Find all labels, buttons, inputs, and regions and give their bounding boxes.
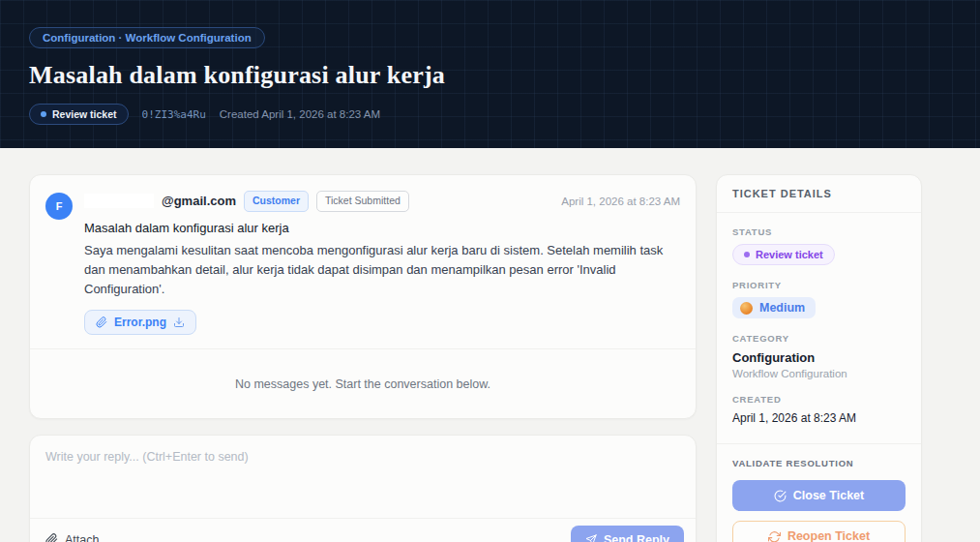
attach-button[interactable]: Attach xyxy=(45,533,99,542)
download-icon[interactable] xyxy=(173,316,185,328)
ticket-details-title: TICKET DETAILS xyxy=(717,175,921,213)
attachment-chip[interactable]: Error.png xyxy=(84,310,196,335)
send-reply-label: Send Reply xyxy=(604,533,669,542)
message-timestamp: April 1, 2026 at 8:23 AM xyxy=(561,196,680,207)
status-dot-icon xyxy=(744,252,750,257)
category-value: Configuration xyxy=(732,350,906,365)
message-body: Saya mengalami kesulitan saat mencoba me… xyxy=(84,241,680,299)
resolution-section: VALIDATE RESOLUTION Close Ticket Reopen … xyxy=(717,443,921,542)
created-value: April 1, 2026 at 8:23 AM xyxy=(732,411,906,425)
check-circle-icon xyxy=(774,490,787,502)
paperclip-icon xyxy=(96,316,107,328)
close-ticket-label: Close Ticket xyxy=(793,489,864,502)
ticket-id: 0!ZI3%a4Ru xyxy=(142,108,206,121)
send-reply-button[interactable]: Send Reply xyxy=(571,526,684,542)
author-email: @gmail.com xyxy=(162,194,236,208)
status-badge: Review ticket xyxy=(29,104,129,125)
message-subject: Masalah dalam konfigurasi alur kerja xyxy=(84,221,680,235)
empty-state-text: No messages yet. Start the conversation … xyxy=(30,349,696,418)
breadcrumb-label: Configuration · Workflow Configuration xyxy=(43,32,252,44)
reply-card: Attach Send Reply xyxy=(29,435,697,542)
redacted-username xyxy=(84,194,154,208)
priority-value-badge: Medium xyxy=(732,297,816,318)
reply-footer: Attach Send Reply xyxy=(30,518,696,542)
status-value: Review ticket xyxy=(756,249,823,260)
status-section: STATUS Review ticket xyxy=(732,226,906,265)
category-label: CATEGORY xyxy=(732,333,906,344)
priority-dot-icon xyxy=(740,302,753,315)
ticket-details-panel: TICKET DETAILS STATUS Review ticket PRIO… xyxy=(716,174,922,542)
main-content: F @gmail.com Customer Ticket Submitted A… xyxy=(0,148,980,542)
created-label: CREATED xyxy=(732,394,906,405)
original-message: F @gmail.com Customer Ticket Submitted A… xyxy=(30,175,696,348)
subcategory-value: Workflow Configuration xyxy=(732,368,906,379)
reopen-ticket-label: Reopen Ticket xyxy=(787,529,870,542)
priority-label: PRIORITY xyxy=(732,280,906,290)
refresh-icon xyxy=(768,530,781,542)
ticket-meta-row: Review ticket 0!ZI3%a4Ru Created April 1… xyxy=(29,104,951,125)
conversation-card: F @gmail.com Customer Ticket Submitted A… xyxy=(29,174,697,419)
reply-input[interactable] xyxy=(30,436,696,518)
created-section: CREATED April 1, 2026 at 8:23 AM xyxy=(732,394,906,425)
status-badge-label: Review ticket xyxy=(52,108,117,120)
created-text: Created April 1, 2026 at 8:23 AM xyxy=(220,108,380,120)
paperclip-icon xyxy=(45,533,58,542)
send-icon xyxy=(585,534,597,542)
priority-value: Medium xyxy=(759,301,805,315)
conversation-column: F @gmail.com Customer Ticket Submitted A… xyxy=(29,174,697,542)
category-section: CATEGORY Configuration Workflow Configur… xyxy=(732,333,906,379)
status-value-badge: Review ticket xyxy=(732,244,835,265)
page-header: Configuration · Workflow Configuration M… xyxy=(0,0,980,148)
event-badge: Ticket Submitted xyxy=(316,191,409,212)
status-label: STATUS xyxy=(732,226,906,237)
breadcrumb[interactable]: Configuration · Workflow Configuration xyxy=(29,27,265,48)
attachment-filename: Error.png xyxy=(114,316,166,329)
status-dot-icon xyxy=(41,111,46,117)
priority-section: PRIORITY Medium xyxy=(732,280,906,318)
close-ticket-button[interactable]: Close Ticket xyxy=(732,480,906,511)
resolution-label: VALIDATE RESOLUTION xyxy=(732,458,906,468)
reopen-ticket-button[interactable]: Reopen Ticket xyxy=(732,521,906,542)
role-badge: Customer xyxy=(244,191,309,212)
page-title: Masalah dalam konfigurasi alur kerja xyxy=(29,61,951,90)
attach-button-label: Attach xyxy=(65,533,99,542)
avatar: F xyxy=(45,193,73,220)
